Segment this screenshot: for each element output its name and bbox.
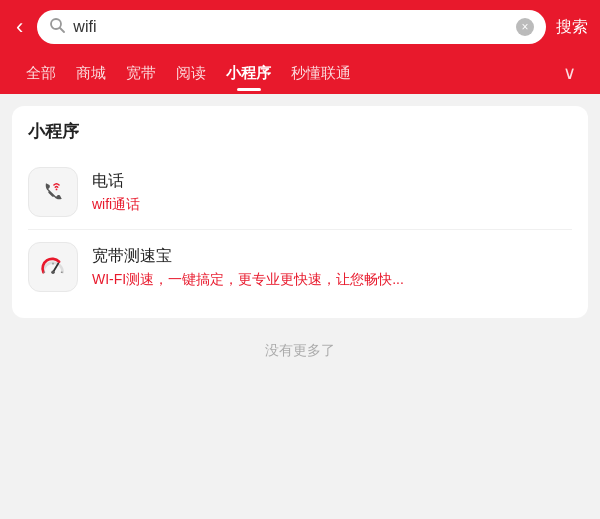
header: ‹ wifi × 搜索 全部 商城 宽带 阅读 小程序 秒懂联通 ∨ <box>0 0 600 94</box>
speed-test-info: 宽带测速宝 WI-FI测速，一键搞定，更专业更快速，让您畅快... <box>92 246 572 289</box>
tab-seckill[interactable]: 秒懂联通 <box>281 56 361 91</box>
tab-all[interactable]: 全部 <box>16 56 66 91</box>
tab-bar: 全部 商城 宽带 阅读 小程序 秒懂联通 ∨ <box>12 54 588 94</box>
tab-broadband[interactable]: 宽带 <box>116 56 166 91</box>
speed-test-name: 宽带测速宝 <box>92 246 572 267</box>
section-title: 小程序 <box>28 120 572 143</box>
no-more-label: 没有更多了 <box>12 318 588 370</box>
back-button[interactable]: ‹ <box>12 10 27 44</box>
section-card: 小程序 电话 wifi通话 <box>12 106 588 318</box>
tab-more-button[interactable]: ∨ <box>555 54 584 92</box>
tab-mall[interactable]: 商城 <box>66 56 116 91</box>
search-icon <box>49 17 65 37</box>
phone-call-name: 电话 <box>92 171 572 192</box>
search-input[interactable]: wifi <box>73 18 508 36</box>
search-row: ‹ wifi × 搜索 <box>12 10 588 44</box>
speed-test-desc: WI-FI测速，一键搞定，更专业更快速，让您畅快... <box>92 271 572 289</box>
content-area: 小程序 电话 wifi通话 <box>0 94 600 382</box>
speed-test-icon <box>28 242 78 292</box>
clear-button[interactable]: × <box>516 18 534 36</box>
tab-miniapp[interactable]: 小程序 <box>216 56 281 91</box>
list-item[interactable]: 宽带测速宝 WI-FI测速，一键搞定，更专业更快速，让您畅快... <box>28 230 572 304</box>
svg-point-4 <box>51 271 55 275</box>
list-item[interactable]: 电话 wifi通话 <box>28 155 572 230</box>
svg-point-2 <box>56 189 58 191</box>
phone-call-info: 电话 wifi通话 <box>92 171 572 214</box>
phone-call-icon <box>28 167 78 217</box>
svg-line-1 <box>60 28 64 32</box>
search-submit-button[interactable]: 搜索 <box>556 17 588 38</box>
tab-reading[interactable]: 阅读 <box>166 56 216 91</box>
phone-call-desc: wifi通话 <box>92 196 572 214</box>
search-bar[interactable]: wifi × <box>37 10 546 44</box>
